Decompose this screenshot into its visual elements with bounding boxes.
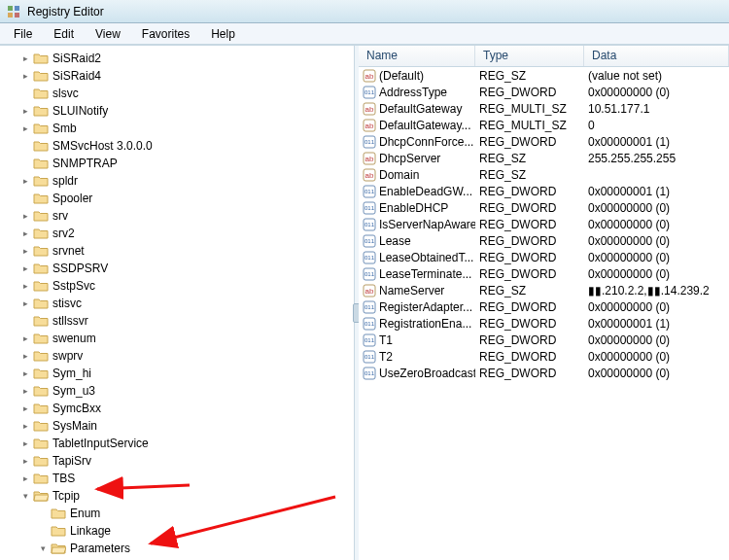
menu-help[interactable]: Help [201, 25, 245, 43]
tree-item[interactable]: ▸swenum [19, 330, 354, 347]
registry-value-row[interactable]: 011T1REG_DWORD0x00000000 (0) [359, 332, 729, 348]
tree-item[interactable]: ▸spldr [19, 172, 354, 190]
registry-tree[interactable]: ▸SiSRaid2▸SiSRaid4slsvc▸SLUINotify▸SmbSM… [0, 50, 354, 560]
chevron-right-icon[interactable]: ▸ [19, 262, 31, 274]
registry-value-row[interactable]: 011DhcpConnForce...REG_DWORD0x00000001 (… [359, 133, 729, 150]
chevron-right-icon[interactable]: ▸ [19, 472, 31, 484]
tree-item[interactable]: ▸Smb [19, 120, 354, 137]
tree-item[interactable]: ▾Tcpip [19, 487, 354, 505]
chevron-right-icon[interactable]: ▸ [19, 122, 31, 134]
tree-item[interactable]: ▸TapiSrv [19, 452, 354, 470]
menu-file[interactable]: File [4, 25, 42, 43]
tree-item[interactable]: ▸SiSRaid4 [19, 67, 354, 85]
tree-item-label: slsvc [52, 87, 79, 100]
registry-value-row[interactable]: abDomainREG_SZ [359, 166, 729, 183]
tree-item[interactable]: ▸SiSRaid2 [19, 50, 354, 67]
tree-item[interactable]: ▸SstpSvc [19, 277, 354, 295]
tree-item[interactable]: ▾Parameters [37, 540, 354, 557]
chevron-right-icon[interactable]: ▸ [19, 70, 31, 82]
tree-item[interactable]: slsvc [19, 85, 354, 102]
folder-icon [33, 87, 49, 100]
tree-item[interactable]: ▸TBS [19, 470, 354, 487]
chevron-right-icon[interactable]: ▸ [19, 402, 31, 414]
chevron-right-icon[interactable]: ▸ [19, 210, 31, 222]
registry-value-row[interactable]: abNameServerREG_SZ▮▮.210.2.2,▮▮.14.239.2 [359, 282, 729, 298]
tree-item[interactable]: ▸SSDPSRV [19, 260, 354, 277]
tree-item-label: SysMain [52, 419, 97, 433]
tree-pane[interactable]: ▸SiSRaid2▸SiSRaid4slsvc▸SLUINotify▸SmbSM… [0, 46, 355, 560]
registry-value-row[interactable]: abDhcpServerREG_SZ255.255.255.255 [359, 150, 729, 166]
tree-item[interactable]: Spooler [19, 190, 354, 207]
string-value-icon: ab [363, 168, 376, 182]
chevron-right-icon[interactable]: ▸ [19, 105, 31, 117]
registry-value-row[interactable]: ab(Default)REG_SZ(value not set) [359, 67, 729, 84]
registry-value-row[interactable]: 011EnableDHCPREG_DWORD0x00000000 (0) [359, 199, 729, 216]
menu-favorites[interactable]: Favorites [132, 25, 199, 43]
chevron-right-icon[interactable]: ▸ [19, 455, 31, 467]
tree-item[interactable]: ▸Sym_u3 [19, 382, 354, 400]
values-pane[interactable]: Name Type Data ab(Default)REG_SZ(value n… [359, 46, 729, 560]
tree-item[interactable]: ▸stisvc [19, 295, 354, 312]
tree-item[interactable]: ▸SysMain [19, 417, 354, 435]
chevron-right-icon[interactable]: ▸ [19, 245, 31, 257]
column-type[interactable]: Type [475, 46, 584, 66]
tree-item-label: srv2 [52, 227, 75, 240]
tree-item[interactable]: SNMPTRAP [19, 155, 354, 172]
registry-value-row[interactable]: 011LeaseREG_DWORD0x00000000 (0) [359, 232, 729, 249]
chevron-right-icon[interactable]: ▸ [19, 420, 31, 432]
list-body[interactable]: ab(Default)REG_SZ(value not set)011Addre… [359, 67, 729, 381]
tree-item[interactable]: ▸Sym_hi [19, 365, 354, 382]
tree-item[interactable]: SMSvcHost 3.0.0.0 [19, 137, 354, 155]
binary-value-icon: 011 [363, 218, 376, 231]
registry-value-row[interactable]: 011IsServerNapAwareREG_DWORD0x00000000 (… [359, 216, 729, 232]
registry-value-row[interactable]: abDefaultGatewayREG_MULTI_SZ10.51.177.1 [359, 100, 729, 117]
registry-value-row[interactable]: 011AddressTypeREG_DWORD0x00000000 (0) [359, 84, 729, 100]
registry-value-row[interactable]: 011RegistrationEna...REG_DWORD0x00000001… [359, 315, 729, 332]
menu-view[interactable]: View [86, 25, 130, 43]
folder-open-icon [33, 489, 49, 503]
tree-item-label: Enum [70, 507, 100, 520]
registry-value-row[interactable]: abDefaultGateway...REG_MULTI_SZ0 [359, 117, 729, 133]
chevron-right-icon[interactable]: ▸ [19, 228, 31, 239]
chevron-down-icon[interactable]: ▾ [37, 542, 49, 554]
value-name-cell: abDomain [359, 168, 475, 182]
tree-item[interactable]: stllssvr [19, 312, 354, 330]
value-type: REG_DWORD [475, 317, 584, 331]
chevron-right-icon[interactable]: ▸ [19, 298, 31, 309]
registry-value-row[interactable]: 011T2REG_DWORD0x00000000 (0) [359, 348, 729, 365]
column-name[interactable]: Name [359, 46, 475, 66]
folder-icon [33, 419, 49, 433]
registry-value-row[interactable]: 011LeaseObtainedT...REG_DWORD0x00000000 … [359, 249, 729, 265]
tree-item[interactable]: ▸SymcBxx [19, 400, 354, 417]
folder-icon [33, 244, 49, 258]
chevron-right-icon[interactable]: ▸ [19, 332, 31, 344]
value-name: AddressType [379, 86, 447, 99]
tree-item[interactable]: ▸SLUINotify [19, 102, 354, 120]
svg-text:011: 011 [364, 222, 375, 228]
registry-value-row[interactable]: 011RegisterAdapter...REG_DWORD0x00000000… [359, 298, 729, 315]
tree-item[interactable]: ▸swprv [19, 347, 354, 365]
chevron-right-icon[interactable]: ▸ [19, 175, 31, 187]
column-data[interactable]: Data [584, 46, 729, 66]
chevron-right-icon[interactable]: ▸ [19, 385, 31, 397]
tree-item[interactable]: ▸srv2 [19, 225, 354, 242]
registry-value-row[interactable]: 011EnableDeadGW...REG_DWORD0x00000001 (1… [359, 183, 729, 199]
chevron-right-icon[interactable]: ▸ [19, 280, 31, 292]
menu-edit[interactable]: Edit [44, 25, 84, 43]
chevron-right-icon[interactable]: ▸ [19, 368, 31, 379]
registry-value-row[interactable]: 011LeaseTerminate...REG_DWORD0x00000000 … [359, 265, 729, 282]
value-data: 255.255.255.255 [584, 152, 729, 165]
value-name: LeaseTerminate... [379, 267, 471, 281]
chevron-down-icon[interactable]: ▾ [19, 490, 31, 502]
tree-item-label: Spooler [52, 192, 92, 205]
chevron-right-icon[interactable]: ▸ [19, 52, 31, 64]
tree-item[interactable]: Enum [37, 505, 354, 522]
registry-value-row[interactable]: 011UseZeroBroadcastREG_DWORD0x00000000 (… [359, 365, 729, 381]
tree-item[interactable]: ▸TabletInputService [19, 435, 354, 452]
chevron-right-icon[interactable]: ▸ [19, 350, 31, 362]
chevron-right-icon[interactable]: ▸ [19, 438, 31, 449]
tree-item[interactable]: ▸srvnet [19, 242, 354, 260]
tree-item[interactable]: ▸srv [19, 207, 354, 225]
tree-item[interactable]: Linkage [37, 522, 354, 540]
value-name: T1 [379, 333, 393, 347]
